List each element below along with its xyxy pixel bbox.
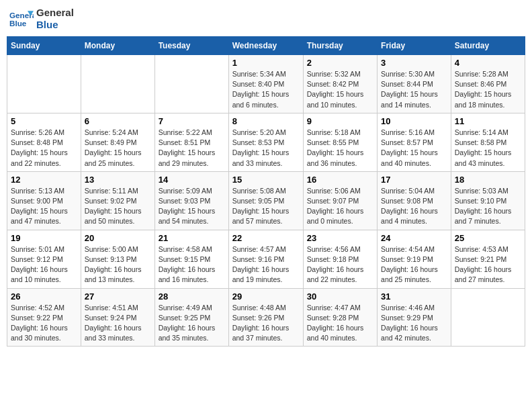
day-number: 19 [11,233,77,243]
day-number: 8 [232,116,300,126]
week-row-3: 12Sunrise: 5:13 AM Sunset: 9:00 PM Dayli… [7,171,525,230]
day-cell: 30Sunrise: 4:47 AM Sunset: 9:28 PM Dayli… [303,288,377,347]
day-cell: 26Sunrise: 4:52 AM Sunset: 9:22 PM Dayli… [7,288,81,347]
day-cell: 11Sunrise: 5:14 AM Sunset: 8:58 PM Dayli… [451,113,525,171]
day-info: Sunrise: 4:56 AM Sunset: 9:18 PM Dayligh… [307,244,373,285]
day-number: 27 [85,291,151,302]
day-number: 14 [159,175,225,185]
day-cell: 13Sunrise: 5:11 AM Sunset: 9:02 PM Dayli… [81,171,154,230]
day-info: Sunrise: 5:18 AM Sunset: 8:55 PM Dayligh… [307,128,373,169]
day-number: 18 [455,175,521,185]
day-info: Sunrise: 5:13 AM Sunset: 9:00 PM Dayligh… [11,186,77,227]
day-info: Sunrise: 4:57 AM Sunset: 9:16 PM Dayligh… [232,244,300,285]
logo-text: GeneralBlue [36,7,74,31]
day-cell: 14Sunrise: 5:09 AM Sunset: 9:03 PM Dayli… [154,171,228,230]
day-info: Sunrise: 5:06 AM Sunset: 9:07 PM Dayligh… [307,186,373,227]
col-header-tuesday: Tuesday [154,37,228,55]
day-info: Sunrise: 5:34 AM Sunset: 8:40 PM Dayligh… [232,69,300,110]
day-cell: 6Sunrise: 5:24 AM Sunset: 8:49 PM Daylig… [81,113,154,171]
day-cell: 1Sunrise: 5:34 AM Sunset: 8:40 PM Daylig… [228,55,303,113]
day-number: 17 [381,175,447,185]
day-info: Sunrise: 5:09 AM Sunset: 9:03 PM Dayligh… [159,186,225,227]
day-number: 6 [85,116,151,126]
day-number: 11 [455,116,521,126]
day-number: 12 [11,175,77,185]
day-cell: 2Sunrise: 5:32 AM Sunset: 8:42 PM Daylig… [303,55,377,113]
day-cell: 16Sunrise: 5:06 AM Sunset: 9:07 PM Dayli… [303,171,377,230]
day-number: 10 [381,116,447,126]
day-info: Sunrise: 5:28 AM Sunset: 8:46 PM Dayligh… [455,69,521,110]
day-number: 9 [307,116,373,126]
col-header-saturday: Saturday [451,37,525,55]
calendar-table: SundayMondayTuesdayWednesdayThursdayFrid… [7,36,525,347]
day-number: 23 [307,233,373,243]
day-number: 4 [455,58,521,68]
day-cell: 17Sunrise: 5:04 AM Sunset: 9:08 PM Dayli… [378,171,451,230]
day-cell: 3Sunrise: 5:30 AM Sunset: 8:44 PM Daylig… [378,55,451,113]
day-number: 15 [232,175,300,185]
day-cell: 29Sunrise: 4:48 AM Sunset: 9:26 PM Dayli… [228,288,303,347]
day-info: Sunrise: 5:22 AM Sunset: 8:51 PM Dayligh… [159,128,225,169]
week-row-2: 5Sunrise: 5:26 AM Sunset: 8:48 PM Daylig… [7,113,525,171]
day-info: Sunrise: 5:32 AM Sunset: 8:42 PM Dayligh… [307,69,373,110]
col-header-sunday: Sunday [7,37,81,55]
day-number: 13 [85,175,151,185]
svg-text:Blue: Blue [9,19,27,28]
day-cell: 4Sunrise: 5:28 AM Sunset: 8:46 PM Daylig… [451,55,525,113]
week-row-1: 1Sunrise: 5:34 AM Sunset: 8:40 PM Daylig… [7,55,525,113]
day-cell: 7Sunrise: 5:22 AM Sunset: 8:51 PM Daylig… [154,113,228,171]
day-cell: 25Sunrise: 4:53 AM Sunset: 9:21 PM Dayli… [451,230,525,288]
day-number: 20 [85,233,151,243]
logo: General Blue GeneralBlue [9,7,74,31]
day-cell: 20Sunrise: 5:00 AM Sunset: 9:13 PM Dayli… [81,230,154,288]
day-cell: 27Sunrise: 4:51 AM Sunset: 9:24 PM Dayli… [81,288,154,347]
day-number: 28 [159,291,225,302]
col-header-monday: Monday [81,37,154,55]
day-number: 26 [11,291,77,302]
day-cell [154,55,228,113]
col-header-wednesday: Wednesday [228,37,303,55]
day-number: 25 [455,233,521,243]
day-info: Sunrise: 5:00 AM Sunset: 9:13 PM Dayligh… [85,244,151,285]
day-cell [81,55,154,113]
day-info: Sunrise: 4:53 AM Sunset: 9:21 PM Dayligh… [455,244,521,285]
day-cell [7,55,81,113]
day-info: Sunrise: 4:49 AM Sunset: 9:25 PM Dayligh… [159,303,225,344]
day-number: 5 [11,116,77,126]
day-info: Sunrise: 4:52 AM Sunset: 9:22 PM Dayligh… [11,303,77,344]
day-cell: 24Sunrise: 4:54 AM Sunset: 9:19 PM Dayli… [378,230,451,288]
day-info: Sunrise: 5:03 AM Sunset: 9:10 PM Dayligh… [455,186,521,227]
page-header: General Blue GeneralBlue [7,7,525,31]
header-row: SundayMondayTuesdayWednesdayThursdayFrid… [7,37,525,55]
day-info: Sunrise: 5:26 AM Sunset: 8:48 PM Dayligh… [11,128,77,169]
day-number: 22 [232,233,300,243]
day-number: 7 [159,116,225,126]
day-info: Sunrise: 4:46 AM Sunset: 9:29 PM Dayligh… [381,303,447,344]
day-number: 21 [159,233,225,243]
day-number: 2 [307,58,373,68]
day-cell: 18Sunrise: 5:03 AM Sunset: 9:10 PM Dayli… [451,171,525,230]
logo-icon: General Blue [9,9,34,28]
day-cell: 28Sunrise: 4:49 AM Sunset: 9:25 PM Dayli… [154,288,228,347]
day-cell [451,288,525,347]
day-cell: 15Sunrise: 5:08 AM Sunset: 9:05 PM Dayli… [228,171,303,230]
day-cell: 21Sunrise: 4:58 AM Sunset: 9:15 PM Dayli… [154,230,228,288]
day-number: 31 [381,291,447,302]
day-info: Sunrise: 5:04 AM Sunset: 9:08 PM Dayligh… [381,186,447,227]
day-info: Sunrise: 5:30 AM Sunset: 8:44 PM Dayligh… [381,69,447,110]
day-cell: 12Sunrise: 5:13 AM Sunset: 9:00 PM Dayli… [7,171,81,230]
day-info: Sunrise: 4:54 AM Sunset: 9:19 PM Dayligh… [381,244,447,285]
day-info: Sunrise: 4:51 AM Sunset: 9:24 PM Dayligh… [85,303,151,344]
day-info: Sunrise: 4:48 AM Sunset: 9:26 PM Dayligh… [232,303,300,344]
day-info: Sunrise: 5:20 AM Sunset: 8:53 PM Dayligh… [232,128,300,169]
week-row-5: 26Sunrise: 4:52 AM Sunset: 9:22 PM Dayli… [7,288,525,347]
col-header-thursday: Thursday [303,37,377,55]
day-number: 16 [307,175,373,185]
day-number: 30 [307,291,373,302]
day-cell: 31Sunrise: 4:46 AM Sunset: 9:29 PM Dayli… [378,288,451,347]
day-cell: 10Sunrise: 5:16 AM Sunset: 8:57 PM Dayli… [378,113,451,171]
day-cell: 8Sunrise: 5:20 AM Sunset: 8:53 PM Daylig… [228,113,303,171]
day-info: Sunrise: 5:08 AM Sunset: 9:05 PM Dayligh… [232,186,300,227]
day-number: 1 [232,58,300,68]
day-info: Sunrise: 4:47 AM Sunset: 9:28 PM Dayligh… [307,303,373,344]
